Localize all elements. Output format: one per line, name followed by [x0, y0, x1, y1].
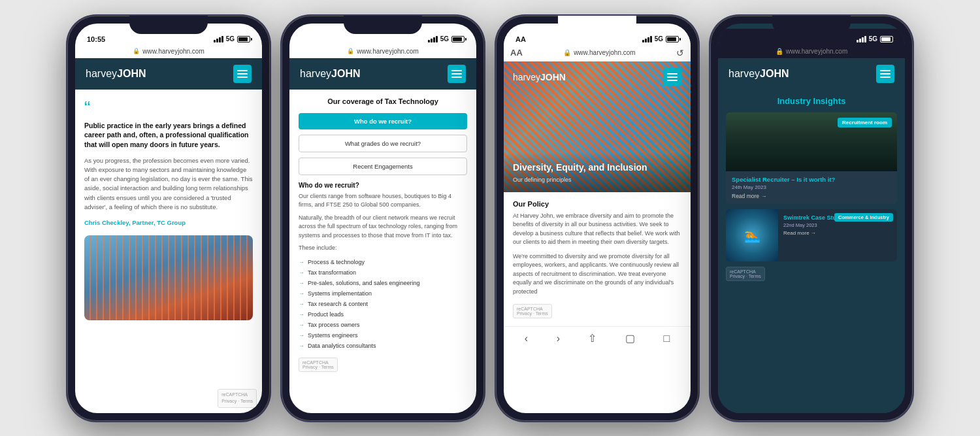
hamburger-1[interactable] [233, 65, 252, 83]
url-bar-1: 🔒 www.harveyjohn.com [75, 46, 262, 58]
phone-3: AA 5G AA 🔒 www.harveyjohn.com ↺ [496, 16, 698, 421]
hero-title-3: Diversity, Equity, and Inclusion [513, 161, 681, 173]
hero-sub-3: Our defining principles [513, 176, 681, 183]
reload-icon[interactable]: ↺ [676, 48, 684, 58]
card2-date: 22nd May 2023 [783, 222, 892, 228]
arrow-icon: → [299, 269, 304, 276]
nav-2: harveyJOHN [289, 58, 476, 90]
phone-1-inner: 10:55 5G 🔒 www.harveyjohn.com [75, 24, 262, 413]
phone-3-inner: AA 5G AA 🔒 www.harveyjohn.com ↺ [504, 24, 691, 413]
arrow-icon: → [299, 322, 304, 328]
url-bar-3: AA 🔒 www.harveyjohn.com ↺ [504, 46, 691, 61]
brand-2: harveyJOHN [300, 68, 360, 80]
btn-who[interactable]: Who do we recruit? [299, 113, 467, 129]
quote-mark: “ [84, 99, 253, 117]
list-item: →Systems engineers [299, 330, 467, 341]
arrow-icon: → [299, 301, 304, 307]
brand-1: harveyJOHN [86, 68, 146, 80]
status-icons-4: 5G [857, 35, 893, 42]
nav-1: harveyJOHN [75, 58, 262, 90]
p3-content: Our Policy At Harvey John, we embrace di… [504, 192, 691, 327]
url-text-2: www.harveyjohn.com [357, 48, 418, 55]
hamburger-4[interactable] [876, 65, 894, 83]
arrow-icon: → [299, 290, 304, 297]
hamburger-3[interactable] [663, 68, 681, 86]
status-icons-3: 5G [642, 35, 679, 42]
time-3: AA [515, 35, 526, 43]
time-1: 10:55 [87, 35, 105, 43]
p3-body1: At Harvey John, we embrace diversity and… [513, 212, 681, 247]
scene: 10:55 5G 🔒 www.harveyjohn.com [13, 16, 967, 421]
url-text-1: www.harveyjohn.com [142, 48, 204, 55]
hero-text-3: Diversity, Equity, and Inclusion Our def… [504, 152, 691, 192]
share-icon[interactable]: ⇧ [588, 332, 596, 344]
brand-4: harveyJOHN [728, 68, 789, 80]
recaptcha-4: reCAPTCHAPrivacy · Terms [726, 267, 765, 281]
notch-1 [129, 16, 208, 34]
nav-overlay-3: harveyJOHN [504, 61, 691, 93]
network-type-2: 5G [440, 35, 449, 42]
p3-section-title: Our Policy [513, 200, 681, 208]
recaptcha-3: reCAPTCHAPrivacy · Terms [513, 304, 552, 318]
recaptcha-1: reCAPTCHAPrivacy · Terms [218, 389, 257, 408]
phone-4-inner: 00:00 5G 🔒 www.harveyjohn.com [718, 24, 905, 413]
arrow-icon: → [299, 311, 304, 318]
status-icons-2: 5G [428, 35, 465, 42]
p2-body1: Our clients range from software houses, … [299, 192, 467, 210]
btn-engagements[interactable]: Recent Engagements [299, 158, 467, 175]
p2-list: →Process & technology →Tax transformatio… [299, 257, 467, 351]
card2-badge: Commerce & Industry [834, 213, 893, 222]
status-icons-1: 5G [214, 35, 250, 42]
hamburger-2[interactable] [448, 65, 466, 83]
p2-section-title: Who do we recruit? [299, 182, 467, 189]
url-text-4: www.harveyjohn.com [786, 48, 847, 55]
p3-hero: harveyJOHN Diversity, Equity, and Inclus… [504, 61, 691, 192]
font-size-control[interactable]: AA [510, 48, 523, 58]
list-item: →Data analytics consultants [299, 341, 467, 351]
p4-card-2[interactable]: 🏊 Swimtrek Case Study 22nd May 2023 Read… [726, 209, 897, 261]
p4-card-1[interactable]: Recruitment room Specialist Recruiter – … [726, 112, 897, 204]
battery-4 [880, 36, 893, 42]
p1-quote: Public practice in the early years bring… [84, 121, 253, 150]
scroll-1: “ Public practice in the early years bri… [75, 90, 262, 413]
tabs-icon[interactable]: □ [664, 333, 670, 344]
arrow-icon: → [299, 332, 304, 339]
signal-bars-1 [214, 36, 223, 42]
url-bar-4: 🔒 www.harveyjohn.com [718, 46, 905, 58]
phone-4: 00:00 5G 🔒 www.harveyjohn.com [710, 16, 913, 421]
btn-grades[interactable]: What grades do we recruit? [299, 135, 467, 152]
network-type-1: 5G [226, 35, 235, 42]
book-icon[interactable]: ▢ [625, 332, 635, 344]
lock-icon-3: 🔒 [563, 49, 571, 56]
phone-2: 00:00 5G 🔒 www.harveyjohn.com harveyJOHN [282, 16, 484, 421]
arrow-icon: → [299, 259, 304, 265]
list-item: →Tax process owners [299, 320, 467, 330]
brand-3: harveyJOHN [513, 72, 566, 82]
network-type-3: 5G [655, 35, 663, 42]
scroll-2: Our coverage of Tax Technology Who do we… [289, 90, 476, 413]
back-icon[interactable]: ‹ [525, 333, 528, 344]
url-text-3: www.harveyjohn.com [574, 49, 635, 56]
list-item: →Pre-sales, solutions, and sales enginee… [299, 278, 467, 288]
list-item: →Process & technology [299, 257, 467, 267]
p4-content: Industry Insights Recruitment room Speci… [718, 90, 905, 413]
card2-read-more[interactable]: Read more → [783, 230, 892, 236]
url-bar-2: 🔒 www.harveyjohn.com [289, 46, 476, 58]
building-graphic [84, 235, 253, 320]
arrow-icon: → [299, 343, 304, 349]
forward-icon[interactable]: › [557, 333, 560, 344]
industry-insights-title: Industry Insights [726, 96, 897, 106]
list-item: →Tax research & content [299, 299, 467, 309]
phone-2-inner: 00:00 5G 🔒 www.harveyjohn.com harveyJOHN [289, 24, 476, 413]
signal-bars-2 [428, 36, 438, 42]
list-item: →Systems implementation [299, 288, 467, 299]
notch-2 [344, 16, 422, 34]
card1-read-more[interactable]: Read more → [732, 193, 891, 199]
recaptcha-2: reCAPTCHAPrivacy · Terms [299, 358, 338, 372]
swimtrek-logo: 🏊 [726, 209, 778, 261]
p3-body2: We're committed to diversity and we prom… [513, 252, 681, 297]
battery-2 [451, 36, 465, 42]
p2-body2: Naturally, the breadth of our client net… [299, 214, 467, 241]
card1-title: Specialist Recruiter – Is it worth it? [732, 176, 891, 183]
lock-icon-1: 🔒 [133, 48, 140, 54]
